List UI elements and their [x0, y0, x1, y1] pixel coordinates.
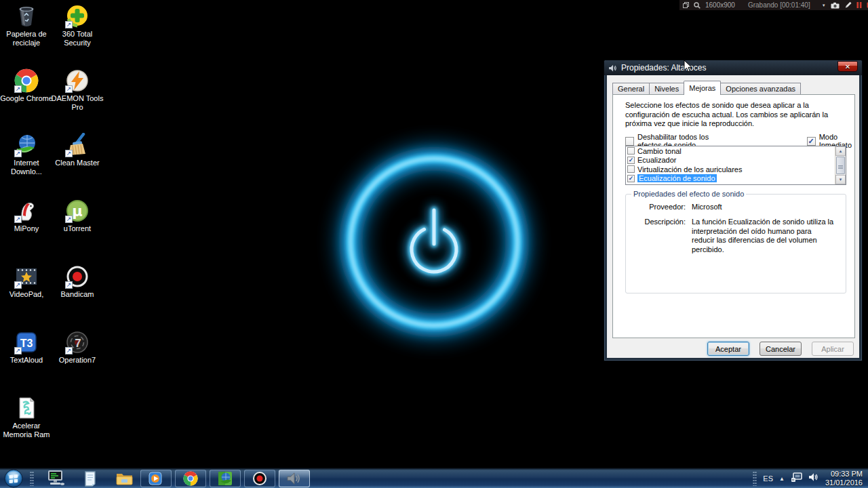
daemon-tools-icon: ↗: [65, 68, 90, 93]
capture-resolution: 1600x900: [705, 1, 735, 9]
computer-icon: [47, 470, 65, 487]
tab-general[interactable]: General: [612, 83, 650, 95]
effect-checkbox[interactable]: ✓: [627, 165, 635, 173]
bandicam-icon: [252, 471, 267, 486]
taskbar-pinned-notepad[interactable]: [76, 470, 104, 487]
desktop: 1600x900 Grabando [00:01:40] ▼ Papelera: [0, 0, 868, 488]
mipony-icon: ↗: [14, 199, 39, 223]
desktop-icon-label: MiPony: [0, 224, 53, 233]
taskbar-button-chrome[interactable]: [175, 470, 206, 487]
taskbar-pinned-explorer[interactable]: [110, 470, 138, 487]
taskbar-button-bandicam[interactable]: [244, 470, 275, 487]
shortcut-arrow-badge: ↗: [14, 347, 22, 354]
effect-row-virtualizacion[interactable]: ✓ Virtualización de los auriculares: [626, 165, 846, 174]
taskbar-button-sound[interactable]: [279, 470, 310, 487]
immediate-mode-checkbox[interactable]: ✓: [807, 137, 816, 146]
bandicam-icon: ↗: [65, 264, 90, 289]
desktop-icon-label: 360 Total Security: [51, 30, 104, 47]
folder-icon: [115, 470, 134, 487]
desktop-icon-videopad[interactable]: ↗ VideoPad,: [0, 264, 53, 299]
effect-row-ecualizacion-de-sonido[interactable]: ✓ Ecualización de sonido: [626, 174, 846, 184]
desktop-icon-bandicam[interactable]: ↗ Bandicam: [51, 264, 104, 299]
aplicar-button[interactable]: Aplicar: [812, 342, 854, 356]
svg-text:µ: µ: [72, 203, 82, 220]
scroll-down-button[interactable]: ▼: [835, 175, 846, 184]
desktop-icon-label: uTorrent: [51, 224, 104, 233]
taskbar: ES ▲ 09:33 PM 31/01/2016: [0, 468, 868, 488]
speaker-icon: [608, 64, 617, 73]
taskbar-pinned-remote-desktop[interactable]: [42, 470, 71, 487]
effect-row-cambio-tonal[interactable]: ✓ Cambio tonal: [626, 146, 846, 156]
screenshot-camera-icon[interactable]: [831, 2, 840, 9]
desktop-icon-textaloud[interactable]: T3 ↗ TextAloud: [0, 330, 53, 365]
magnifier-icon[interactable]: [694, 2, 701, 9]
shortcut-arrow-badge: ↗: [65, 347, 73, 354]
desktop-icon-label: Google Chrome: [0, 94, 53, 103]
google-chrome-icon: [183, 471, 198, 486]
shortcut-arrow-badge: ↗: [14, 216, 22, 223]
desktop-icon-label: Clean Master: [51, 159, 104, 167]
recycle-bin-icon: [14, 4, 39, 28]
clock-time: 09:33 PM: [825, 470, 863, 479]
network-icon[interactable]: [791, 472, 802, 485]
group-title: Propiedades del efecto de sonido: [631, 190, 746, 198]
recording-overlay-bar: 1600x900 Grabando [00:01:40] ▼: [679, 0, 868, 10]
disable-all-checkbox[interactable]: ✓: [625, 137, 634, 146]
window-titlebar[interactable]: Propiedades: Altavoces ✕: [604, 60, 862, 75]
tab-mejoras[interactable]: Mejoras: [684, 81, 721, 95]
desktop-icon-utorrent[interactable]: µ ↗ uTorrent: [51, 199, 104, 233]
google-chrome-icon: ↗: [14, 68, 39, 93]
clock[interactable]: 09:33 PM 31/01/2016: [825, 470, 863, 487]
description-label: Descripción:: [626, 218, 686, 254]
aceptar-button[interactable]: Aceptar: [707, 342, 749, 356]
desktop-icon-daemon-tools-pro[interactable]: ↗ DAEMON Tools Pro: [51, 68, 104, 112]
hidden-icons-button[interactable]: ▲: [779, 476, 785, 482]
restore-window-icon[interactable]: [683, 2, 689, 8]
desktop-icon-mipony[interactable]: ↗ MiPony: [0, 199, 53, 233]
close-button[interactable]: ✕: [837, 61, 858, 72]
desktop-icon-360-total-security[interactable]: ↗ 360 Total Security: [51, 4, 104, 47]
window-title: Propiedades: Altavoces: [621, 63, 837, 73]
shortcut-arrow-badge: ↗: [65, 281, 73, 289]
taskbar-button-idm[interactable]: [210, 470, 241, 487]
desktop-icon-google-chrome[interactable]: ↗ Google Chrome: [0, 68, 53, 103]
desktop-icon-label: Bandicam: [51, 290, 104, 299]
idm-icon: ↗: [14, 133, 39, 157]
desktop-icon-operation7[interactable]: 7 ↗ Operation7: [51, 330, 104, 365]
speaker-icon: [287, 472, 302, 485]
effect-row-ecualizador[interactable]: ✓ Ecualizador: [626, 156, 846, 165]
dialog-client-area: General Niveles Mejoras Opciones avanzad…: [607, 75, 859, 358]
textaloud-icon: T3 ↗: [14, 330, 39, 354]
desktop-icon-label: TextAloud: [0, 356, 53, 365]
desktop-icon-label: DAEMON Tools Pro: [51, 94, 104, 112]
effect-checkbox[interactable]: ✓: [627, 157, 635, 164]
desktop-icon-label: Papelera de reciclaje: [0, 30, 53, 47]
effect-properties-group: Propiedades del efecto de sonido Proveed…: [625, 194, 846, 293]
listbox-scrollbar: ▲ ▼: [835, 146, 846, 184]
speaker-properties-window: Propiedades: Altavoces ✕ General Niveles…: [604, 60, 863, 361]
volume-icon[interactable]: [808, 472, 819, 485]
start-button[interactable]: [4, 469, 23, 488]
draw-pencil-icon[interactable]: [844, 1, 852, 9]
scrollbar-thumb[interactable]: [836, 157, 845, 174]
effects-listbox: ✓ Cambio tonal ✓ Ecualizador ✓ Virtualiz…: [625, 146, 846, 185]
scroll-up-button[interactable]: ▲: [835, 146, 846, 156]
desktop-icon-clean-master[interactable]: ↗ Clean Master: [51, 133, 104, 167]
cancelar-button[interactable]: Cancelar: [760, 342, 802, 356]
language-indicator[interactable]: ES: [763, 474, 773, 483]
desktop-icon-recycle-bin[interactable]: Papelera de reciclaje: [0, 4, 53, 47]
chevron-down-icon[interactable]: ▼: [822, 3, 826, 7]
taskbar-button-wmp[interactable]: [140, 470, 172, 487]
effect-checkbox[interactable]: ✓: [627, 147, 635, 155]
clean-master-icon: ↗: [65, 133, 90, 157]
shortcut-arrow-badge: ↗: [65, 85, 73, 93]
clock-date: 31/01/2016: [825, 479, 863, 487]
desktop-icon-acelerar-memoria-ram[interactable]: Acelerar Memoria Ram: [0, 396, 53, 439]
description-value: La función Ecualización de sonido utiliz…: [692, 218, 835, 254]
desktop-icon-internet-download-manager[interactable]: ↗ Internet Downlo...: [0, 133, 53, 176]
tab-niveles[interactable]: Niveles: [649, 83, 684, 95]
operation7-icon: 7 ↗: [65, 330, 90, 354]
tab-opciones-avanzadas[interactable]: Opciones avanzadas: [720, 83, 801, 95]
effect-checkbox[interactable]: ✓: [627, 175, 635, 182]
pause-recording-icon[interactable]: [856, 2, 862, 8]
